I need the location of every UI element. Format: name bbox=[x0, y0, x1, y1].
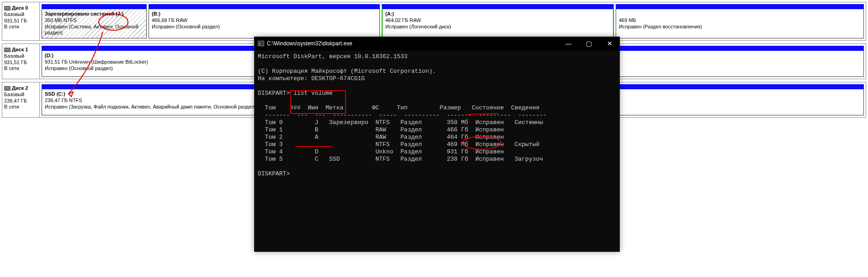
partition-j[interactable]: Зарезервировано системой (J:) 350 МБ NTF… bbox=[42, 4, 147, 38]
disk-icon bbox=[4, 6, 11, 11]
partition-title: Зарезервировано системой (J:) bbox=[45, 11, 123, 16]
partition-state: Исправен (Система, Активен, Основной раз… bbox=[45, 24, 138, 36]
disk-header-0: Диск 0 Базовый 931,51 ГБ В сети bbox=[2, 2, 40, 40]
disk-type: Базовый bbox=[4, 92, 37, 98]
disk-size: 931,51 ГБ bbox=[4, 18, 37, 24]
partition-state: Исправен (Загрузка, Файл подкачки, Актив… bbox=[45, 104, 256, 109]
disk-status: В сети bbox=[4, 24, 37, 30]
disk-row-0[interactable]: Диск 0 Базовый 931,51 ГБ В сети Зарезерв… bbox=[2, 2, 866, 41]
disk-size: 931,51 ГБ bbox=[4, 60, 37, 66]
partition-sizefs: 469 МБ bbox=[619, 17, 636, 23]
disk-header-2: Диск 2 Базовый 238,47 ГБ В сети bbox=[2, 82, 40, 117]
disk-name: Диск 2 bbox=[12, 85, 28, 92]
console-prompt: DISKPART> bbox=[258, 170, 290, 177]
partition-sizefs: 350 МБ NTFS bbox=[45, 17, 77, 23]
partition-title: SSD (C:) bbox=[45, 91, 65, 97]
diskpart-console-window[interactable]: C:\Windows\system32\diskpart.exe — ▢ ✕ M… bbox=[254, 37, 620, 252]
console-separator-line: ------- --- --- ----------- ----- ------… bbox=[258, 112, 547, 119]
disk-name: Диск 1 bbox=[12, 47, 28, 53]
disk-size: 238,47 ГБ bbox=[4, 98, 37, 104]
partition-sizefs: 238,47 ГБ NTFS bbox=[45, 98, 82, 103]
console-body[interactable]: Microsoft DiskPart, версия 10.0.18362.15… bbox=[254, 50, 620, 180]
partition-sizefs: 464,02 ГБ RAW bbox=[385, 17, 421, 23]
console-row: Том 4 D Unkno Раздел 931 Гб Исправен bbox=[258, 148, 504, 155]
console-row: Том 2 A RAW Раздел 464 Гб Исправен bbox=[258, 134, 504, 141]
partition-title: (D:) bbox=[45, 53, 53, 58]
console-line: На компьютере: DESKTOP-674CG1G bbox=[258, 75, 365, 82]
console-header-line: Том ### Имя Метка ФС Тип Размер Состояни… bbox=[258, 104, 539, 111]
disk-name: Диск 0 bbox=[12, 5, 28, 11]
console-title: C:\Windows\system32\diskpart.exe bbox=[267, 40, 352, 47]
partition-sizefs: 466,68 ГБ RAW bbox=[152, 17, 187, 23]
partition-title: (A:) bbox=[385, 11, 394, 16]
console-row: Том 5 C SSD NTFS Раздел 238 Гб Исправен … bbox=[258, 156, 543, 163]
disk-header-1: Диск 1 Базовый 931,51 ГБ В сети bbox=[2, 44, 40, 79]
partitions-0: Зарезервировано системой (J:) 350 МБ NTF… bbox=[40, 2, 866, 40]
partition-recovery[interactable]: 469 МБ Исправен (Раздел восстановления) bbox=[616, 4, 864, 38]
close-button[interactable]: ✕ bbox=[599, 37, 620, 50]
disk-status: В сети bbox=[4, 65, 37, 72]
disk-type: Базовый bbox=[4, 11, 37, 18]
partition-b[interactable]: (B:) 466,68 ГБ RAW Исправен (Основной ра… bbox=[149, 4, 380, 38]
maximize-button[interactable]: ▢ bbox=[579, 37, 599, 50]
console-line: Microsoft DiskPart, версия 10.0.18362.15… bbox=[258, 53, 408, 60]
partition-state: Исправен (Основной раздел) bbox=[152, 24, 220, 29]
cmd-icon bbox=[258, 41, 264, 46]
disk-status: В сети bbox=[4, 104, 37, 110]
partition-state: Исправен (Раздел восстановления) bbox=[619, 24, 702, 29]
partition-state: Исправен (Основной раздел) bbox=[45, 65, 113, 71]
partition-sizefs: 931,51 ГБ Unknown (Шифрование BitLocker) bbox=[45, 59, 148, 65]
console-line: DISKPART> list volume bbox=[258, 90, 333, 97]
partition-a[interactable]: (A:) 464,02 ГБ RAW Исправен (Логический … bbox=[382, 4, 614, 38]
disk-type: Базовый bbox=[4, 53, 37, 60]
disk-icon bbox=[4, 86, 11, 91]
console-line: (C) Корпорация Майкрософт (Microsoft Cor… bbox=[258, 68, 436, 75]
console-titlebar[interactable]: C:\Windows\system32\diskpart.exe — ▢ ✕ bbox=[254, 37, 620, 50]
console-row: Том 0 J Зарезервиро NTFS Раздел 350 Мб И… bbox=[258, 119, 543, 126]
minimize-button[interactable]: — bbox=[558, 37, 579, 50]
partition-title: (B:) bbox=[152, 11, 160, 16]
window-buttons: — ▢ ✕ bbox=[558, 37, 620, 50]
console-row: Том 3 NTFS Раздел 469 Мб Исправен Скрыты… bbox=[258, 141, 539, 148]
console-row: Том 1 B RAW Раздел 466 Гб Исправен bbox=[258, 126, 504, 133]
disk-icon bbox=[4, 48, 11, 52]
partition-state: Исправен (Логический диск) bbox=[385, 24, 451, 29]
